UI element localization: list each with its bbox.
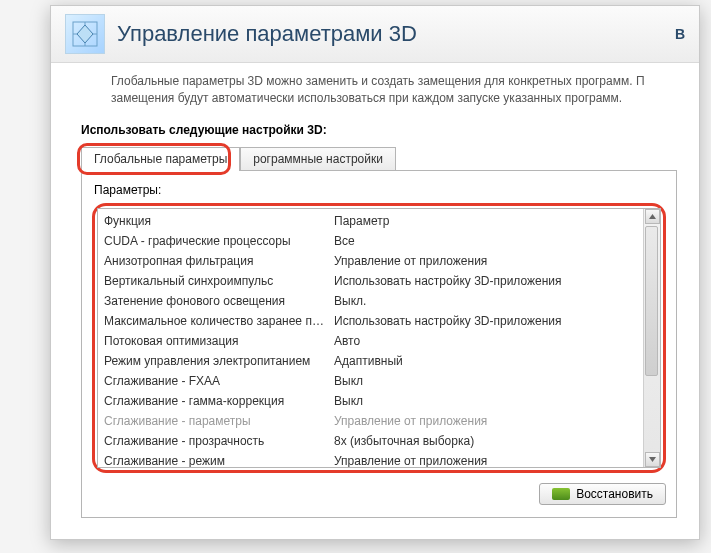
- list-item[interactable]: Сглаживание - FXAAВыкл: [104, 371, 641, 391]
- list-item[interactable]: Сглаживание - режимУправление от приложе…: [104, 451, 641, 467]
- list-item-parameter: Адаптивный: [334, 354, 641, 368]
- settings-window: Управление параметрами 3D В Глобальные п…: [50, 5, 700, 540]
- tabs-bar: Глобальные параметры рограммные настройк…: [81, 147, 677, 171]
- list-item[interactable]: Максимальное количество заранее под...Ис…: [104, 311, 641, 331]
- list-item-parameter: Управление от приложения: [334, 414, 641, 428]
- restore-button-label: Восстановить: [576, 487, 653, 501]
- list-item[interactable]: Затенение фонового освещенияВыкл.: [104, 291, 641, 311]
- list-item-parameter: 8x (избыточная выборка): [334, 434, 641, 448]
- list-item-parameter: Выкл: [334, 374, 641, 388]
- list-item-function: Затенение фонового освещения: [104, 294, 334, 308]
- list-item-parameter: Выкл: [334, 394, 641, 408]
- scroll-thumb[interactable]: [645, 226, 658, 376]
- list-item-function: Сглаживание - FXAA: [104, 374, 334, 388]
- header-corner-letter: В: [675, 26, 685, 42]
- svg-marker-5: [649, 457, 656, 462]
- list-header: Функция Параметр: [104, 211, 641, 231]
- column-header-parameter: Параметр: [334, 214, 641, 228]
- list-item-function: Режим управления электропитанием: [104, 354, 334, 368]
- nvidia-icon: [552, 488, 570, 500]
- settings-list-body[interactable]: Функция Параметр CUDA - графические проц…: [98, 209, 643, 467]
- list-item[interactable]: Потоковая оптимизацияАвто: [104, 331, 641, 351]
- list-item-function: Сглаживание - прозрачность: [104, 434, 334, 448]
- list-item[interactable]: Сглаживание - гамма-коррекцияВыкл: [104, 391, 641, 411]
- svg-marker-3: [77, 25, 93, 43]
- header-bar: Управление параметрами 3D В: [51, 6, 699, 63]
- list-item-function: Сглаживание - параметры: [104, 414, 334, 428]
- list-item[interactable]: Сглаживание - прозрачность8x (избыточная…: [104, 431, 641, 451]
- section-label: Использовать следующие настройки 3D:: [81, 123, 677, 137]
- scroll-up-button[interactable]: [645, 209, 660, 224]
- list-item-function: CUDA - графические процессоры: [104, 234, 334, 248]
- red-highlight-list: Функция Параметр CUDA - графические проц…: [92, 203, 666, 473]
- list-item-function: Вертикальный синхроимпульс: [104, 274, 334, 288]
- list-item[interactable]: Вертикальный синхроимпульсИспользовать н…: [104, 271, 641, 291]
- list-item-parameter: Использовать настройку 3D-приложения: [334, 274, 641, 288]
- list-item-function: Сглаживание - режим: [104, 454, 334, 467]
- list-item-function: Потоковая оптимизация: [104, 334, 334, 348]
- list-item-function: Сглаживание - гамма-коррекция: [104, 394, 334, 408]
- intro-line-2: замещения будут автоматически использова…: [111, 90, 671, 107]
- scroll-track[interactable]: [644, 224, 660, 452]
- list-item[interactable]: CUDA - графические процессорыВсе: [104, 231, 641, 251]
- content-area: Использовать следующие настройки 3D: Гло…: [51, 117, 699, 532]
- column-header-function: Функция: [104, 214, 334, 228]
- svg-marker-4: [649, 214, 656, 219]
- page-title: Управление параметрами 3D: [117, 21, 675, 47]
- app-logo-icon: [65, 14, 105, 54]
- list-item-parameter: Использовать настройку 3D-приложения: [334, 314, 641, 328]
- settings-list: Функция Параметр CUDA - графические проц…: [97, 208, 661, 468]
- list-item-function: Максимальное количество заранее под...: [104, 314, 334, 328]
- tab-panel: Параметры: Функция Параметр CUDA - графи…: [81, 170, 677, 518]
- intro-line-1: Глобальные параметры 3D можно заменить и…: [111, 73, 671, 90]
- intro-text: Глобальные параметры 3D можно заменить и…: [51, 63, 699, 117]
- list-item-parameter: Все: [334, 234, 641, 248]
- tab-program[interactable]: рограммные настройки: [240, 147, 396, 171]
- list-item-parameter: Авто: [334, 334, 641, 348]
- restore-button[interactable]: Восстановить: [539, 483, 666, 505]
- list-item-parameter: Управление от приложения: [334, 454, 641, 467]
- list-item[interactable]: Сглаживание - параметрыУправление от при…: [104, 411, 641, 431]
- params-label: Параметры:: [94, 183, 666, 197]
- scroll-down-button[interactable]: [645, 452, 660, 467]
- list-item-function: Анизотропная фильтрация: [104, 254, 334, 268]
- footer-row: Восстановить: [92, 483, 666, 505]
- list-item-parameter: Управление от приложения: [334, 254, 641, 268]
- list-item[interactable]: Режим управления электропитаниемАдаптивн…: [104, 351, 641, 371]
- list-item-parameter: Выкл.: [334, 294, 641, 308]
- tab-global[interactable]: Глобальные параметры: [81, 147, 240, 171]
- scrollbar: [643, 209, 660, 467]
- list-item[interactable]: Анизотропная фильтрацияУправление от при…: [104, 251, 641, 271]
